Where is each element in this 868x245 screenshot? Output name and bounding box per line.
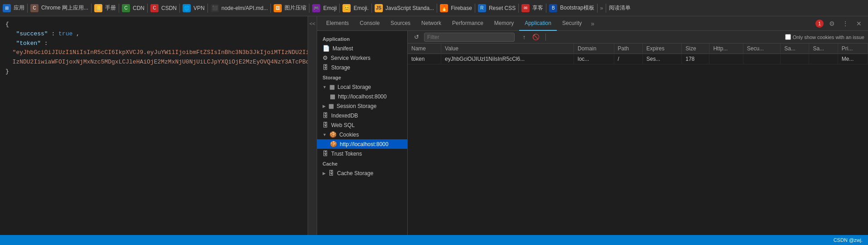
col-header-size[interactable]: Size	[682, 44, 709, 54]
img-compress-icon[interactable]: 🖼	[274, 4, 282, 12]
bookmark-csdn[interactable]: CSDN	[161, 5, 177, 11]
notification-badge[interactable]: 1	[815, 20, 824, 28]
sep12	[475, 4, 475, 13]
email-icon[interactable]: ✉	[521, 4, 530, 12]
sep8	[309, 4, 309, 13]
sep14	[546, 4, 546, 13]
col-header-sa1[interactable]: Sa...	[781, 44, 809, 54]
collapse-button[interactable]: <<	[308, 16, 317, 235]
cell-domain: loc...	[574, 54, 614, 64]
bookmark-firebase[interactable]: Firebase	[451, 5, 472, 11]
col-header-name[interactable]: Name	[408, 44, 441, 54]
sidebar-item-storage[interactable]: 🗄 Storage	[317, 63, 407, 72]
tab-security[interactable]: Security	[557, 16, 587, 31]
code-value-true: true	[58, 30, 72, 37]
tab-memory[interactable]: Memory	[489, 16, 519, 31]
sep15	[597, 4, 598, 13]
sep16	[606, 4, 606, 13]
sidebar-item-session-storage[interactable]: ▶ ▦ Session Storage	[317, 101, 407, 111]
bookmark-chrome[interactable]: Chrome 网上应用...	[41, 4, 88, 12]
table-header-row: Name Value Domain Path Expires Size Http…	[408, 44, 868, 54]
sidebar-item-local-storage[interactable]: ▼ ▦ Local Storage	[317, 82, 407, 92]
bookmark-bootstrap[interactable]: Bootstrap模板	[560, 4, 594, 12]
tab-console[interactable]: Console	[354, 16, 385, 31]
chrome-icon[interactable]: C	[30, 4, 39, 12]
settings-icon[interactable]: ⚙	[826, 18, 837, 29]
sidebar-item-manifest[interactable]: 📄 Manifest	[317, 44, 407, 53]
code-line-2: "success" : true ,	[5, 29, 302, 39]
tab-elements[interactable]: Elements	[321, 16, 354, 31]
bookmark-emoji1[interactable]: Emoji	[323, 5, 337, 11]
sidebar-item-local-storage-host[interactable]: ▦ http://localhost:8000	[317, 92, 407, 101]
bookmark-xiangke[interactable]: 享客	[532, 4, 543, 12]
bookmark-manual[interactable]: 手册	[105, 4, 116, 12]
sidebar-manifest-label: Manifest	[333, 45, 353, 52]
devtools-tabs: Elements Console Sources Network Perform…	[317, 16, 868, 31]
sep6	[207, 4, 208, 13]
more-bookmarks[interactable]: »	[600, 5, 603, 11]
vertical-dots-icon[interactable]: ⋮	[840, 18, 851, 29]
code-value-token-1: "eyJhbGciOiJIUzI1NiIsInR5cCI6IkpXVCJ9.ey…	[5, 49, 308, 56]
github-icon[interactable]: ⬛	[211, 4, 219, 12]
websql-icon: 🗄	[323, 122, 328, 128]
js-standard-icon[interactable]: JS	[375, 4, 383, 12]
cell-sa2	[809, 54, 838, 64]
close-devtools-icon[interactable]: ✕	[854, 18, 864, 29]
refresh-button[interactable]: ↺	[411, 32, 421, 42]
col-header-path[interactable]: Path	[614, 44, 642, 54]
content-toolbar: ↺ ↑ 🚫 Only show cookies with an issue	[408, 31, 868, 44]
sidebar-service-workers-label: Service Workers	[331, 55, 371, 61]
bookmark-img[interactable]: 图片压缩	[285, 4, 306, 12]
bookmark-js[interactable]: JavaScript Standa...	[386, 5, 434, 11]
apps-icon[interactable]: ⊞	[3, 4, 11, 12]
book-icon[interactable]: 📒	[94, 4, 102, 12]
tab-application[interactable]: Application	[519, 16, 557, 31]
vpn-globe-icon[interactable]: 🌐	[183, 4, 191, 12]
code-colon-1: :	[51, 30, 58, 37]
delete-icon[interactable]: 🚫	[531, 32, 541, 42]
emoji-game-icon[interactable]: 🎮	[312, 4, 320, 12]
cookie-issue-checkbox[interactable]	[785, 34, 791, 40]
col-header-pri[interactable]: Pri...	[838, 44, 868, 54]
tab-more-button[interactable]: »	[587, 20, 598, 27]
export-icon[interactable]: ↑	[519, 32, 529, 42]
col-header-secure[interactable]: Secu...	[743, 44, 780, 54]
col-header-value[interactable]: Value	[441, 44, 574, 54]
bookmark-node-elm[interactable]: node-elm/API.md...	[222, 5, 268, 11]
sidebar-item-service-workers[interactable]: ⚙ Service Workers	[317, 53, 407, 63]
sidebar-item-websql[interactable]: 🗄 Web SQL	[317, 120, 407, 130]
col-header-expires[interactable]: Expires	[642, 44, 681, 54]
firebase-icon[interactable]: 🔥	[440, 4, 448, 12]
bookmark-apps[interactable]: 应用	[14, 4, 24, 12]
bookmark-reset-css[interactable]: Reset CSS	[489, 5, 516, 11]
status-text: CSDN @zwj.	[834, 237, 863, 243]
cookie-issue-filter[interactable]: Only show cookies with an issue	[785, 34, 864, 40]
code-panel: { "success" : true , "token" : "eyJhbGci…	[0, 16, 308, 235]
sidebar-item-indexeddb[interactable]: 🗄 IndexedDB	[317, 111, 407, 120]
app-sidebar: Application 📄 Manifest ⚙ Service Workers…	[317, 31, 408, 235]
bookmark-vpn[interactable]: VPN	[193, 5, 205, 11]
cell-value: eyJhbGciOiJIUzI1NiIsInR5cCl6...	[441, 54, 574, 64]
table-row[interactable]: token eyJhbGciOiJIUzI1NiIsInR5cCl6... lo…	[408, 54, 868, 64]
csdn-icon[interactable]: C	[150, 4, 159, 12]
col-header-sa2[interactable]: Sa...	[809, 44, 838, 54]
bookmark-emoji2[interactable]: Emoji.	[353, 5, 368, 11]
code-line-5: }	[5, 67, 302, 77]
sidebar-item-cache-storage[interactable]: ▶ 🗄 Cache Storage	[317, 168, 407, 178]
tab-performance[interactable]: Performance	[447, 16, 489, 31]
sidebar-item-cookies-host[interactable]: 🍪 http://localhost:8000	[317, 139, 407, 149]
reset-css-icon[interactable]: R	[478, 4, 486, 12]
col-header-http[interactable]: Http...	[709, 44, 743, 54]
reading-list[interactable]: 阅读清单	[609, 4, 631, 12]
cdn-icon[interactable]: C	[122, 4, 130, 12]
tab-sources[interactable]: Sources	[385, 16, 416, 31]
tab-network[interactable]: Network	[416, 16, 447, 31]
col-header-domain[interactable]: Domain	[574, 44, 614, 54]
sidebar-item-cookies[interactable]: ▼ 🍪 Cookies	[317, 130, 407, 139]
cookie-issue-label: Only show cookies with an issue	[793, 34, 864, 40]
bookmark-cdn[interactable]: CDN	[133, 5, 145, 11]
emoji-face-icon[interactable]: 😊	[342, 4, 351, 12]
filter-input[interactable]	[424, 33, 515, 42]
bootstrap-icon[interactable]: B	[549, 4, 557, 12]
sidebar-item-trust-tokens[interactable]: 🗄 Trust Tokens	[317, 149, 407, 158]
